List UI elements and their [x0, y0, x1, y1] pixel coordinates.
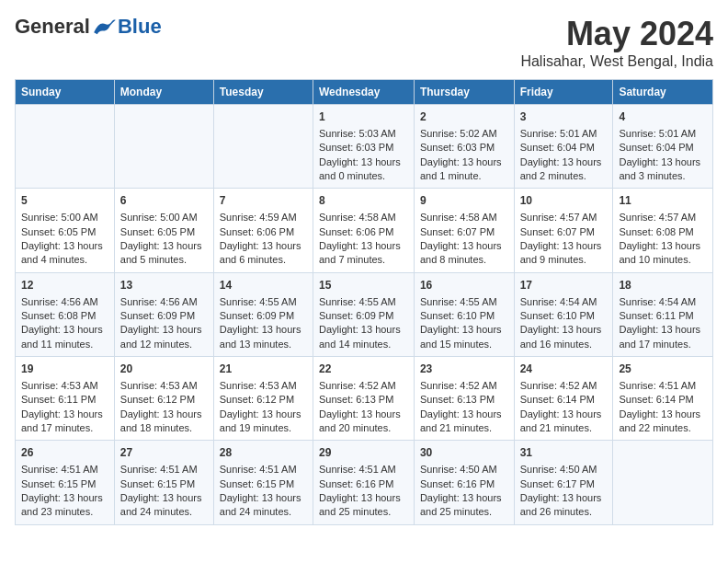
cell-text: Sunrise: 4:51 AM — [220, 463, 307, 477]
day-number: 17 — [520, 278, 608, 293]
cell-text: and 4 minutes. — [21, 253, 108, 267]
title-block: May 2024 Halisahar, West Bengal, India — [520, 15, 713, 70]
cell-text: Sunset: 6:13 PM — [319, 393, 408, 407]
cell-text: Sunset: 6:09 PM — [120, 309, 208, 323]
cell-text: Sunrise: 5:03 AM — [319, 127, 408, 141]
cell-text: Sunrise: 4:58 AM — [420, 211, 508, 224]
day-of-week-header: Sunday — [16, 80, 115, 105]
day-number: 20 — [120, 362, 208, 377]
cell-text: Sunset: 6:12 PM — [220, 393, 307, 407]
cell-text: Sunset: 6:15 PM — [220, 477, 307, 491]
calendar-cell: 26Sunrise: 4:51 AMSunset: 6:15 PMDayligh… — [16, 441, 115, 524]
cell-text: and 6 minutes. — [220, 253, 307, 267]
day-number: 22 — [319, 362, 408, 377]
subtitle: Halisahar, West Bengal, India — [520, 53, 713, 70]
day-number: 8 — [319, 193, 408, 209]
calendar-cell: 17Sunrise: 4:54 AMSunset: 6:10 PMDayligh… — [514, 272, 613, 356]
cell-text: Sunset: 6:06 PM — [319, 225, 408, 239]
calendar-cell: 8Sunrise: 4:58 AMSunset: 6:06 PMDaylight… — [313, 189, 414, 272]
cell-text: and 24 minutes. — [120, 505, 208, 519]
day-number: 3 — [520, 109, 608, 125]
cell-text: Daylight: 13 hours — [319, 408, 408, 421]
cell-text: Sunset: 6:07 PM — [420, 225, 508, 239]
cell-text: Sunrise: 4:55 AM — [319, 295, 408, 309]
calendar-week-row: 12Sunrise: 4:56 AMSunset: 6:08 PMDayligh… — [16, 272, 713, 356]
calendar-cell: 4Sunrise: 5:01 AMSunset: 6:04 PMDaylight… — [613, 105, 713, 189]
calendar-cell: 21Sunrise: 4:53 AMSunset: 6:12 PMDayligh… — [213, 357, 313, 441]
calendar-cell: 10Sunrise: 4:57 AMSunset: 6:07 PMDayligh… — [514, 189, 613, 272]
cell-text: and 14 minutes. — [319, 338, 408, 351]
day-number: 9 — [420, 193, 508, 209]
day-number: 16 — [420, 278, 508, 293]
day-number: 14 — [220, 278, 307, 293]
calendar-cell: 3Sunrise: 5:01 AMSunset: 6:04 PMDaylight… — [514, 105, 613, 189]
cell-text: Sunset: 6:12 PM — [120, 393, 208, 407]
main-title: May 2024 — [520, 15, 713, 53]
cell-text: Sunset: 6:08 PM — [21, 309, 108, 323]
cell-text: and 18 minutes. — [120, 421, 208, 435]
cell-text: Sunrise: 4:56 AM — [120, 295, 208, 309]
cell-text: Sunrise: 4:55 AM — [420, 295, 508, 309]
calendar-cell: 24Sunrise: 4:52 AMSunset: 6:14 PMDayligh… — [514, 357, 613, 441]
calendar-cell: 28Sunrise: 4:51 AMSunset: 6:15 PMDayligh… — [213, 441, 313, 524]
cell-text: and 25 minutes. — [420, 505, 508, 519]
cell-text: Daylight: 13 hours — [319, 491, 408, 505]
cell-text: Daylight: 13 hours — [220, 323, 307, 337]
calendar-cell: 13Sunrise: 4:56 AMSunset: 6:09 PMDayligh… — [114, 272, 213, 356]
cell-text: Sunrise: 4:56 AM — [21, 295, 108, 309]
logo-blue-text: Blue — [118, 15, 162, 39]
day-number: 31 — [520, 445, 608, 461]
calendar-cell: 12Sunrise: 4:56 AMSunset: 6:08 PMDayligh… — [16, 272, 115, 356]
cell-text: and 1 minute. — [420, 169, 508, 183]
day-number: 4 — [619, 109, 707, 125]
cell-text: Sunset: 6:10 PM — [420, 309, 508, 323]
calendar-cell: 11Sunrise: 4:57 AMSunset: 6:08 PMDayligh… — [613, 189, 713, 272]
cell-text: Sunrise: 4:57 AM — [520, 211, 608, 224]
calendar-cell: 18Sunrise: 4:54 AMSunset: 6:11 PMDayligh… — [613, 272, 713, 356]
cell-text: Sunrise: 4:53 AM — [120, 379, 208, 393]
calendar-week-row: 5Sunrise: 5:00 AMSunset: 6:05 PMDaylight… — [16, 189, 713, 272]
cell-text: Daylight: 13 hours — [220, 408, 307, 421]
day-number: 10 — [520, 193, 608, 209]
cell-text: and 11 minutes. — [21, 338, 108, 351]
logo-general-text: General — [15, 15, 90, 39]
cell-text: Daylight: 13 hours — [21, 323, 108, 337]
cell-text: Sunrise: 4:53 AM — [220, 379, 307, 393]
cell-text: and 19 minutes. — [220, 421, 307, 435]
calendar-cell: 2Sunrise: 5:02 AMSunset: 6:03 PMDaylight… — [414, 105, 514, 189]
cell-text: and 16 minutes. — [520, 338, 608, 351]
cell-text: Daylight: 13 hours — [420, 155, 508, 169]
cell-text: Sunset: 6:13 PM — [420, 393, 508, 407]
calendar-cell: 30Sunrise: 4:50 AMSunset: 6:16 PMDayligh… — [414, 441, 514, 524]
cell-text: Daylight: 13 hours — [220, 239, 307, 253]
cell-text: and 23 minutes. — [21, 505, 108, 519]
cell-text: Daylight: 13 hours — [120, 323, 208, 337]
calendar-cell: 25Sunrise: 4:51 AMSunset: 6:14 PMDayligh… — [613, 357, 713, 441]
calendar-cell: 15Sunrise: 4:55 AMSunset: 6:09 PMDayligh… — [313, 272, 414, 356]
logo-bird-icon — [92, 17, 118, 36]
cell-text: Sunrise: 4:53 AM — [21, 379, 108, 393]
calendar-cell: 31Sunrise: 4:50 AMSunset: 6:17 PMDayligh… — [514, 441, 613, 524]
cell-text: and 17 minutes. — [619, 338, 707, 351]
cell-text: Daylight: 13 hours — [420, 491, 508, 505]
cell-text: Sunrise: 4:58 AM — [319, 211, 408, 224]
cell-text: Daylight: 13 hours — [21, 491, 108, 505]
cell-text: and 26 minutes. — [520, 505, 608, 519]
calendar-cell — [114, 105, 213, 189]
cell-text: and 15 minutes. — [420, 338, 508, 351]
cell-text: Daylight: 13 hours — [619, 239, 707, 253]
calendar-cell: 9Sunrise: 4:58 AMSunset: 6:07 PMDaylight… — [414, 189, 514, 272]
cell-text: Sunrise: 5:01 AM — [619, 127, 707, 141]
cell-text: Sunrise: 4:54 AM — [619, 295, 707, 309]
cell-text: Sunrise: 5:01 AM — [520, 127, 608, 141]
cell-text: Sunrise: 4:51 AM — [21, 463, 108, 477]
calendar-cell: 22Sunrise: 4:52 AMSunset: 6:13 PMDayligh… — [313, 357, 414, 441]
cell-text: Sunrise: 4:57 AM — [619, 211, 707, 224]
day-number: 18 — [619, 278, 707, 293]
cell-text: Sunrise: 4:55 AM — [220, 295, 307, 309]
day-number: 12 — [21, 278, 108, 293]
cell-text: Daylight: 13 hours — [21, 239, 108, 253]
cell-text: Daylight: 13 hours — [319, 239, 408, 253]
calendar-week-row: 1Sunrise: 5:03 AMSunset: 6:03 PMDaylight… — [16, 105, 713, 189]
day-number: 11 — [619, 193, 707, 209]
